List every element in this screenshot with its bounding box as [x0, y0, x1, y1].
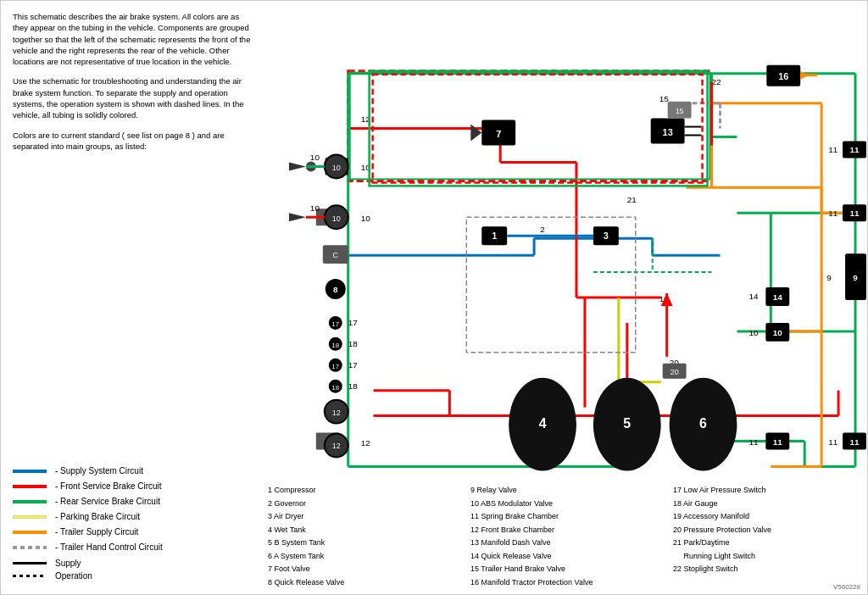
svg-text:17: 17 [348, 318, 359, 327]
svg-text:14: 14 [748, 292, 759, 301]
svg-text:18: 18 [348, 381, 359, 391]
svg-text:18: 18 [348, 339, 359, 348]
part-18: 18 Air Gauge [673, 498, 863, 510]
parts-list: 1 Compressor 2 Governor 3 Air Dryer 4 We… [264, 485, 867, 590]
svg-text:10: 10 [310, 153, 320, 162]
description-text-2: Use the schematic for troubleshooting an… [13, 75, 252, 120]
svg-text:17: 17 [331, 363, 339, 370]
svg-text:18: 18 [331, 342, 339, 349]
part-8: 8 Quick Release Valve [268, 577, 458, 589]
svg-text:11: 11 [849, 209, 860, 218]
part-5: 5 B System Tank [268, 537, 458, 549]
content-area: This schematic describes the air brake s… [1, 1, 867, 594]
svg-text:22: 22 [712, 77, 722, 86]
parts-col-2: 9 Relay Valve 10 ABS Modulator Valve 11 … [470, 485, 660, 590]
svg-text:7: 7 [496, 129, 501, 139]
legend-orange: - Trailer Supply Circuit [13, 527, 252, 537]
left-panel: This schematic describes the air brake s… [1, 1, 264, 594]
part-7: 7 Foot Valve [268, 564, 458, 576]
svg-text:10: 10 [332, 214, 341, 223]
svg-text:11: 11 [828, 145, 838, 154]
part-19: 19 Accessory Manifold [673, 511, 863, 523]
part-22: 22 Stoplight Switch [673, 564, 863, 576]
svg-text:15: 15 [659, 94, 670, 103]
legend-supply: Supply [13, 559, 252, 568]
svg-text:15: 15 [676, 107, 684, 115]
parts-col-1: 1 Compressor 2 Governor 3 Air Dryer 4 We… [268, 485, 458, 590]
legend-green: - Rear Service Brake Circuit [13, 497, 252, 506]
blue-line [13, 470, 47, 473]
part-6: 6 A System Tank [268, 551, 458, 563]
svg-text:10: 10 [361, 214, 371, 223]
svg-text:20: 20 [670, 368, 679, 376]
legend-red: - Front Service Brake Circuit [13, 481, 252, 491]
svg-text:2: 2 [540, 225, 545, 234]
operation-label: Operation [55, 571, 92, 581]
legend-gray-label: - Trailer Hand Control Circuit [55, 542, 163, 552]
part-11: 11 Spring Brake Chamber [470, 511, 660, 523]
svg-text:18: 18 [331, 384, 339, 392]
part-14: 14 Quick Release Valve [470, 551, 660, 563]
part-9: 9 Relay Valve [470, 485, 660, 497]
parts-col-3: 17 Low Air Pressure Switch 18 Air Gauge … [673, 485, 863, 590]
legend-green-label: - Rear Service Brake Circuit [55, 497, 160, 506]
svg-text:11: 11 [828, 209, 838, 218]
part-21b: Running Light Switch [673, 551, 863, 563]
description-text-3: Colors are to current standard ( see lis… [13, 130, 252, 153]
supply-label: Supply [55, 559, 81, 568]
green-line [13, 500, 47, 503]
description-text-1: This schematic describes the air brake s… [13, 11, 252, 67]
part-1: 1 Compressor [268, 485, 458, 497]
svg-text:10: 10 [310, 203, 320, 213]
yellow-line [13, 515, 47, 519]
part-20: 20 Pressure Protection Valve [673, 525, 863, 537]
part-10: 10 ABS Modulator Valve [470, 498, 660, 510]
svg-text:9: 9 [826, 273, 832, 282]
svg-text:14: 14 [773, 292, 783, 302]
legend-red-label: - Front Service Brake Circuit [55, 481, 162, 491]
svg-text:1: 1 [492, 231, 497, 241]
svg-text:16: 16 [778, 71, 788, 81]
red-line [13, 485, 47, 488]
svg-text:12: 12 [332, 442, 341, 450]
supply-solid-line [13, 562, 47, 564]
legend-blue: - Supply System Circuit [13, 466, 252, 475]
part-3: 3 Air Dryer [268, 511, 458, 523]
part-2: 2 Governor [268, 498, 458, 510]
svg-text:21: 21 [627, 195, 637, 204]
version-tag: V560228 [833, 583, 860, 591]
part-12: 12 Front Brake Chamber [470, 525, 660, 537]
svg-text:C: C [333, 251, 339, 259]
main-container: This schematic describes the air brake s… [0, 0, 868, 595]
svg-text:12: 12 [361, 438, 371, 448]
svg-text:6: 6 [699, 416, 707, 431]
operation-dashed-line [13, 575, 47, 577]
svg-text:12: 12 [332, 409, 341, 417]
svg-text:11: 11 [773, 437, 783, 447]
svg-text:11: 11 [849, 145, 860, 154]
legend-gray: - Trailer Hand Control Circuit [13, 542, 252, 552]
svg-text:11: 11 [828, 437, 838, 447]
svg-text:10: 10 [748, 328, 759, 337]
part-17: 17 Low Air Pressure Switch [673, 485, 863, 497]
part-16: 16 Manifold Tractor Protection Valve [470, 577, 660, 589]
svg-text:17: 17 [348, 360, 359, 370]
legend-yellow-label: - Parking Brake Circuit [55, 512, 140, 521]
gray-dash-line [13, 546, 47, 549]
svg-text:11: 11 [849, 437, 860, 447]
part-13: 13 Manifold Dash Valve [470, 537, 660, 549]
part-4: 4 Wet Tank [268, 525, 458, 537]
svg-text:10: 10 [773, 328, 783, 337]
svg-text:9: 9 [853, 273, 858, 282]
part-21: 21 Park/Daytime [673, 537, 863, 549]
legend-operation: Operation [13, 571, 252, 581]
svg-text:4: 4 [539, 416, 547, 431]
legend-yellow: - Parking Brake Circuit [13, 512, 252, 521]
svg-text:17: 17 [331, 320, 339, 328]
legend-blue-label: - Supply System Circuit [55, 466, 143, 475]
schematic-area: 7 13 16 C 8 [264, 1, 867, 594]
part-15: 15 Trailer Hand Brake Valve [470, 564, 660, 576]
svg-text:8: 8 [333, 285, 338, 294]
svg-text:3: 3 [604, 231, 609, 241]
svg-text:13: 13 [663, 127, 673, 137]
